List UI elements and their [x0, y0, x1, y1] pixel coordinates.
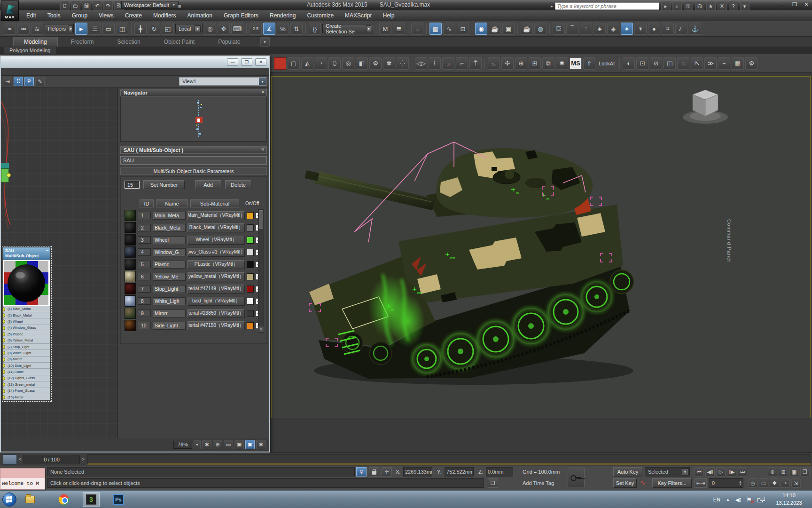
- pin-icon[interactable]: ⍑: [469, 57, 482, 70]
- node-slot[interactable]: (10) Side_Light: [3, 363, 50, 369]
- pan-view-icon[interactable]: ✱: [770, 478, 779, 488]
- ribbon-tab-modeling[interactable]: Modeling: [13, 37, 58, 47]
- node-socket-icon[interactable]: [3, 364, 5, 368]
- material-thumbnail[interactable]: [125, 222, 136, 233]
- search-input[interactable]: [555, 2, 659, 10]
- node-socket-icon[interactable]: [3, 332, 5, 336]
- zoom-selected-icon[interactable]: ▣: [245, 440, 255, 449]
- zoom-region-icon[interactable]: ▭: [224, 440, 233, 449]
- select-and-scale-icon[interactable]: ◱: [162, 23, 174, 35]
- absolute-offset-mode-toggle[interactable]: ✛: [382, 467, 392, 476]
- torus-primitive-icon[interactable]: ◎: [342, 57, 354, 70]
- isolate-selection-toggle[interactable]: ⚲: [356, 467, 367, 476]
- menu-graph-editors[interactable]: Graph Editors: [219, 11, 263, 20]
- tray-expand-icon[interactable]: ▲: [726, 498, 730, 502]
- material-color-swatch[interactable]: [247, 261, 254, 268]
- select-by-name-icon[interactable]: ☰: [89, 23, 101, 35]
- axis-gizmo-icon[interactable]: ⇱: [691, 57, 703, 70]
- show-preview-icon[interactable]: P: [24, 77, 34, 86]
- node-slot[interactable]: (8) White_Light: [3, 350, 50, 356]
- material-editor-icon[interactable]: ◉: [475, 23, 487, 35]
- material-color-swatch[interactable]: [247, 298, 254, 305]
- star-tool-icon[interactable]: ✶: [621, 23, 633, 35]
- sphere-tool-icon[interactable]: ●: [648, 23, 660, 35]
- exchange-icon[interactable]: X: [718, 1, 727, 11]
- link-info-icon[interactable]: ⧉: [542, 57, 554, 70]
- box-primitive-icon[interactable]: ▢: [288, 57, 300, 70]
- select-and-move-icon[interactable]: ╋: [134, 23, 147, 35]
- communication-center-icon[interactable]: ☊: [695, 1, 704, 11]
- selection-lock-toggle[interactable]: [369, 467, 379, 476]
- material-name-input[interactable]: Yellow_Me: [153, 273, 186, 281]
- selection-filter-dropdown[interactable]: Helpers▼: [45, 24, 74, 33]
- render-setup-icon[interactable]: ☕: [489, 23, 501, 35]
- material-thumbnail[interactable]: [125, 246, 136, 258]
- maxscript-listener-button[interactable]: MS: [570, 57, 582, 70]
- sau-material-node[interactable]: SAU Multi/Sub-Object –: [3, 247, 50, 400]
- material-name-input[interactable]: Plastic: [153, 261, 186, 269]
- rectangular-selection-region-icon[interactable]: ▭: [102, 23, 115, 35]
- material-color-swatch[interactable]: [247, 237, 254, 244]
- node-nav-icon[interactable]: ⇥: [3, 77, 12, 86]
- pan-hand-icon[interactable]: ✱: [556, 57, 568, 70]
- play-icon[interactable]: ▷: [716, 467, 726, 476]
- node-socket-icon[interactable]: [3, 376, 5, 381]
- crane-tool-icon[interactable]: ⚓: [689, 23, 701, 35]
- axis-constraint-icon[interactable]: ◈: [607, 23, 619, 35]
- open-file-icon[interactable]: 🗁: [71, 1, 80, 10]
- menu-tools[interactable]: Tools: [43, 11, 65, 20]
- taskbar-clock[interactable]: 14:10 13.12.2023: [769, 492, 809, 507]
- layer-manager-icon[interactable]: ≡: [411, 23, 423, 35]
- redo-icon[interactable]: ↷: [103, 1, 113, 10]
- ribbon-tab-populate[interactable]: Populate: [208, 37, 250, 47]
- cone-primitive-icon[interactable]: ◭: [301, 57, 313, 70]
- reference-coordinate-dropdown[interactable]: Local▼: [175, 24, 203, 33]
- node-slot[interactable]: (4) Window_Glass: [3, 325, 50, 331]
- material-name-input[interactable]: Side_Light: [153, 322, 186, 330]
- material-thumbnail[interactable]: [125, 295, 136, 307]
- editor-minimize-button[interactable]: —: [227, 58, 238, 66]
- node-slot[interactable]: (3) Wheel: [3, 318, 50, 325]
- array-tool-icon[interactable]: ⛋: [553, 23, 565, 35]
- window-crossing-icon[interactable]: ◫: [116, 23, 128, 35]
- welcome-window-titlebar[interactable]: [0, 468, 45, 478]
- material-name-field[interactable]: SAU: [120, 156, 267, 165]
- node-socket-icon[interactable]: [3, 382, 5, 387]
- next-frame-arrow[interactable]: >: [80, 457, 86, 462]
- ribbon-tab-object-paint[interactable]: Object Paint: [154, 37, 205, 47]
- atom-icon[interactable]: ⁛: [397, 57, 409, 70]
- material-color-swatch[interactable]: [247, 249, 254, 256]
- y-coord-field[interactable]: 752.522mm: [445, 467, 474, 476]
- material-editor-titlebar[interactable]: —❐✕: [1, 56, 269, 68]
- ribbon-tab-selection[interactable]: Selection: [107, 37, 150, 47]
- node-socket-icon[interactable]: [3, 319, 5, 324]
- sub-material-button[interactable]: Main_Material（VRayMtl）: [187, 211, 245, 220]
- start-button[interactable]: [2, 492, 16, 507]
- cube-primitive-icon[interactable]: ◧: [356, 57, 368, 70]
- keyboard-override-icon[interactable]: ⌨: [231, 23, 243, 35]
- material-name-input[interactable]: Wheel: [153, 236, 186, 244]
- layers-tool-icon[interactable]: ≢: [675, 23, 687, 35]
- node-slot[interactable]: (13) Green_metal: [3, 381, 50, 388]
- node-slot[interactable]: (5) Plastic: [3, 331, 50, 337]
- node-slot[interactable]: (7) Stop_Light: [3, 344, 50, 350]
- taskbar-photoshop-button[interactable]: Ps: [110, 492, 127, 507]
- lock-selection-icon[interactable]: ⊘: [650, 57, 662, 70]
- tree-tool-icon[interactable]: ♣: [593, 23, 606, 35]
- bend-icon[interactable]: ⌇: [429, 57, 441, 70]
- curve-editor-icon[interactable]: ∿: [443, 23, 455, 35]
- select-and-manipulate-icon[interactable]: ✥: [218, 23, 230, 35]
- command-panel-collapsed-label[interactable]: Command Panel: [726, 219, 732, 262]
- zoom-extents-icon[interactable]: ▣: [789, 467, 799, 476]
- network-icon[interactable]: [757, 497, 765, 502]
- node-socket-icon[interactable]: [3, 326, 5, 330]
- scroll-down-arrow-icon[interactable]: ▼: [258, 326, 264, 332]
- node-socket-icon[interactable]: [3, 357, 5, 362]
- up-arrow-icon[interactable]: ⇧: [583, 57, 595, 70]
- key-filters-button[interactable]: Key Filters...: [652, 478, 692, 488]
- welcome-window[interactable]: Welcome to M: [0, 468, 45, 490]
- edit-named-selection-sets-icon[interactable]: {}: [309, 23, 321, 35]
- isolate-icon[interactable]: ◌: [677, 57, 689, 70]
- material-name-input[interactable]: Black_Meta: [153, 224, 186, 232]
- menu-rendering[interactable]: Rendering: [265, 11, 300, 20]
